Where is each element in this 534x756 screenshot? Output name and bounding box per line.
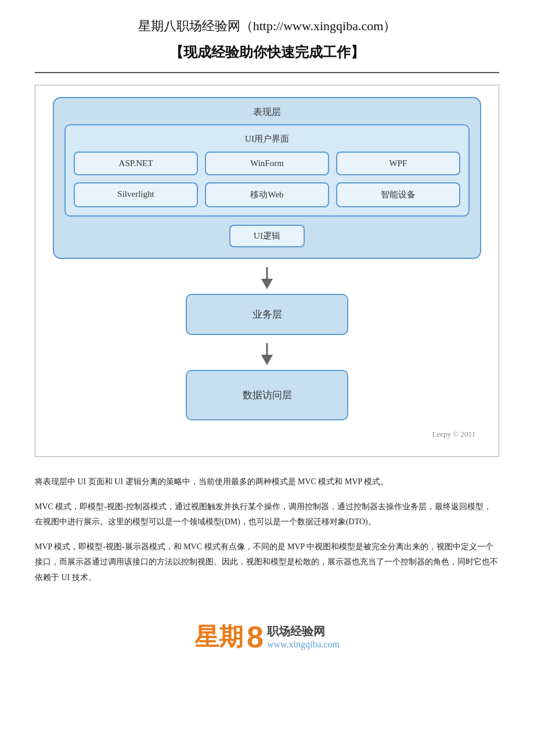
ui-interface-label: UI用户界面 — [74, 134, 460, 145]
silverlight-btn: Silverlight — [74, 182, 198, 207]
architecture-diagram: 表现层 UI用户界面 ASP.NET WinForm WPF Silverlig… — [35, 85, 499, 457]
presentation-layer: 表现层 UI用户界面 ASP.NET WinForm WPF Silverlig… — [53, 97, 481, 259]
site-subtitle: 【现成经验助你快速完成工作】 — [35, 43, 499, 62]
ui-logic-box: UI逻辑 — [229, 225, 305, 247]
paragraph-3: MVP 模式，即模型-视图-展示器模式，和 MVC 模式有点像，不同的是 MVP… — [35, 539, 499, 586]
aspnet-btn: ASP.NET — [74, 152, 198, 175]
business-layer: 业务层 — [186, 294, 348, 335]
wpf-btn: WPF — [336, 152, 460, 175]
paragraph-1: 将表现层中 UI 页面和 UI 逻辑分离的策略中，当前使用最多的两种模式是 MV… — [35, 474, 499, 490]
arrow-to-business — [53, 267, 481, 290]
header-divider — [35, 72, 499, 73]
site-title: 星期八职场经验网（http://www.xingqiba.com） — [35, 17, 499, 35]
ui-logic-container: UI逻辑 — [64, 225, 470, 247]
footer-logo-inner: 星期 8 职场经验网 www.xingqiba.com — [194, 621, 340, 653]
svg-marker-1 — [261, 279, 273, 289]
logo-right-block: 职场经验网 www.xingqiba.com — [267, 624, 340, 650]
logo-8-text: 8 — [247, 622, 264, 652]
diagram-copyright: Leepy © 2011 — [53, 430, 481, 439]
logo-right-top-text: 职场经验网 — [267, 624, 325, 639]
paragraph-2: MVC 模式，即模型-视图-控制器模式，通过视图触发并执行某个操作，调用控制器，… — [35, 499, 499, 530]
winform-btn: WinForm — [205, 152, 329, 175]
data-access-layer: 数据访问层 — [186, 370, 348, 420]
ui-buttons-grid: ASP.NET WinForm WPF Silverlight 移动Web 智能… — [74, 152, 460, 207]
smart-device-btn: 智能设备 — [336, 182, 460, 207]
ui-interface-layer: UI用户界面 ASP.NET WinForm WPF Silverlight 移… — [64, 124, 470, 217]
presentation-layer-label: 表现层 — [64, 106, 470, 118]
svg-marker-3 — [261, 355, 273, 365]
logo-xingqi-text: 星期 — [194, 621, 243, 653]
mobileweb-btn: 移动Web — [205, 182, 329, 207]
logo-right-bottom-text: www.xingqiba.com — [267, 639, 340, 650]
arrow-to-data — [53, 343, 481, 366]
footer-logo: 星期 8 职场经验网 www.xingqiba.com — [35, 615, 499, 665]
